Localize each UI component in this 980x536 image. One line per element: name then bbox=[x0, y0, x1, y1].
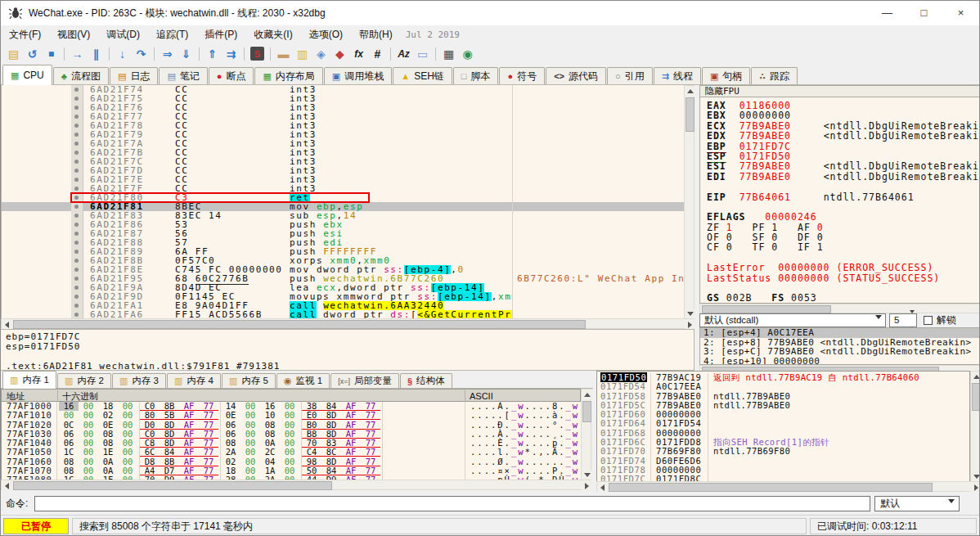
run-to-user-code-icon[interactable]: ⇑ bbox=[203, 45, 222, 62]
breakpoint-dot-icon[interactable] bbox=[71, 301, 83, 310]
argument-depth-stepper[interactable]: 5 bbox=[889, 313, 917, 327]
stack-row[interactable]: 0171FD5077B9AC19返回到 ntdll.77B9AC19 自 ntd… bbox=[597, 373, 969, 382]
tab-dump-5[interactable]: ▥内存 5 bbox=[222, 373, 276, 388]
registers-hscrollbar[interactable] bbox=[699, 304, 980, 313]
menu-item[interactable]: 帮助(H) bbox=[351, 25, 401, 43]
close-button[interactable]: × bbox=[942, 1, 979, 25]
stack-row[interactable]: 0171FD74D60FE6D6 bbox=[597, 457, 969, 466]
menu-item[interactable]: 追踪(T) bbox=[148, 25, 196, 43]
breakpoint-dot-icon[interactable] bbox=[71, 184, 83, 193]
scrollbar-thumb[interactable] bbox=[609, 483, 933, 492]
tab-watch-1[interactable]: ◉监视 1 bbox=[276, 373, 330, 388]
pause-icon[interactable]: ∥ bbox=[87, 45, 106, 62]
breakpoint-dot-icon[interactable] bbox=[71, 238, 83, 247]
step-down-icon[interactable]: ⇓ bbox=[177, 45, 196, 62]
tab-struct[interactable]: §结构体 bbox=[400, 373, 452, 388]
menu-item[interactable]: 视图(V) bbox=[49, 25, 98, 43]
run-icon[interactable]: → bbox=[68, 45, 87, 62]
tab-cpu[interactable]: ▦CPU bbox=[2, 65, 52, 85]
argument-row[interactable]: 4: [esp+10] 00000000 bbox=[700, 357, 980, 366]
disasm-vscrollbar[interactable] bbox=[684, 85, 695, 318]
comments-icon[interactable]: ▥ bbox=[293, 45, 312, 62]
tab-seh[interactable]: ▲SEH链 bbox=[393, 67, 452, 84]
breakpoint-dot-icon[interactable] bbox=[71, 166, 83, 175]
stack-row[interactable]: 0171FD7077B69F80ntdll.77B69F80 bbox=[597, 447, 969, 456]
tab-dump-3[interactable]: ▥内存 3 bbox=[112, 373, 166, 388]
register-line[interactable]: EIP 77B64061 ntdll.77B64061 bbox=[700, 192, 980, 202]
register-line[interactable]: CF 0 TF 0 IF 1 bbox=[700, 242, 980, 252]
restart-icon[interactable]: ↺ bbox=[23, 45, 42, 62]
register-line[interactable]: GS 002B FS 0053 bbox=[700, 293, 980, 303]
register-list[interactable]: EAX 01186000EBX 00000000ECX 77B9ABE0 <nt… bbox=[699, 97, 980, 304]
dump-vscrollbar[interactable] bbox=[581, 389, 591, 480]
patch-icon[interactable]: ▬ bbox=[274, 45, 293, 62]
stack-row[interactable]: 0171FD6000000000 bbox=[597, 410, 969, 419]
breakpoint-dot-icon[interactable] bbox=[71, 265, 83, 274]
disasm-row[interactable]: 6AD21FA6FF15 ACD5566Bcall dword ptr ds:[… bbox=[2, 310, 684, 318]
breakpoint-dot-icon[interactable] bbox=[71, 229, 83, 238]
breakpoint-dot-icon[interactable] bbox=[71, 148, 83, 157]
bookmarks-icon[interactable]: ◆ bbox=[330, 45, 349, 62]
tab-source[interactable]: <>源代码 bbox=[546, 67, 606, 84]
strings-icon[interactable]: Az bbox=[394, 45, 413, 62]
dump-rows[interactable]: 77AF100016001800C08BAF77140016003884AF77… bbox=[1, 402, 581, 480]
tab-threads[interactable]: ⇉线程 bbox=[654, 67, 701, 84]
stack-vscrollbar[interactable] bbox=[970, 371, 980, 481]
functions-icon[interactable]: fx bbox=[349, 45, 368, 62]
breakpoint-dot-icon[interactable] bbox=[71, 139, 83, 148]
stack-row[interactable]: 0171FD640171FD54 bbox=[597, 419, 969, 428]
globe-icon[interactable]: ◉ bbox=[458, 45, 477, 62]
tab-symbols[interactable]: ●符号 bbox=[499, 67, 545, 84]
scrollbar-thumb[interactable] bbox=[582, 401, 591, 422]
tab-breakpoints[interactable]: ●断点 bbox=[209, 67, 254, 84]
tab-graph[interactable]: ♣流程图 bbox=[53, 67, 109, 84]
stack-row[interactable]: 0171FD5877B9ABE0ntdll.77B9ABE0 bbox=[597, 392, 969, 401]
menu-item[interactable]: 插件(P) bbox=[196, 25, 245, 43]
menu-item[interactable]: 调试(D) bbox=[98, 25, 148, 43]
breakpoint-dot-icon[interactable] bbox=[71, 175, 83, 184]
tab-log[interactable]: ▤日志 bbox=[110, 67, 158, 84]
breakpoint-dot-icon[interactable] bbox=[71, 310, 83, 318]
breakpoint-dot-icon[interactable] bbox=[71, 103, 83, 112]
stack-row[interactable]: 0171FD5C77B9ABE0ntdll.77B9ABE0 bbox=[597, 401, 969, 410]
tab-references[interactable]: ○引用 bbox=[607, 67, 653, 84]
breakpoint-dot-icon[interactable] bbox=[71, 202, 83, 211]
scroll-left-icon[interactable] bbox=[2, 480, 12, 491]
breakpoint-dot-icon[interactable] bbox=[71, 220, 83, 229]
step-over-icon[interactable]: ↷ bbox=[132, 45, 151, 62]
tab-dump-2[interactable]: ▥内存 2 bbox=[57, 373, 111, 388]
open-file-icon[interactable]: ▤ bbox=[4, 45, 23, 62]
device-icon[interactable]: ▭ bbox=[413, 45, 432, 62]
scrollbar-thumb[interactable] bbox=[686, 97, 695, 132]
stack-row[interactable]: 0171FD6C0171FDD8指向SEH_Record[1]的指针 bbox=[597, 438, 969, 447]
stack-row[interactable]: 0171FD6800000000 bbox=[597, 429, 969, 438]
command-script-select[interactable]: 默认 bbox=[874, 496, 960, 511]
breakpoint-dot-icon[interactable] bbox=[71, 292, 83, 301]
scroll-up-icon[interactable] bbox=[685, 86, 695, 97]
stack-hscrollbar[interactable] bbox=[596, 481, 980, 492]
tab-trace[interactable]: ∴跟踪 bbox=[751, 67, 798, 84]
dump-hscrollbar[interactable] bbox=[1, 480, 591, 490]
run-trace-icon[interactable]: ⇒ bbox=[158, 45, 177, 62]
minimize-button[interactable]: — bbox=[869, 1, 906, 25]
breakpoint-dot-icon[interactable] bbox=[71, 157, 83, 166]
unlock-checkbox[interactable] bbox=[924, 316, 933, 325]
tab-dump-1[interactable]: ▥内存 1 bbox=[2, 371, 56, 389]
labels-icon[interactable]: ◈ bbox=[312, 45, 330, 62]
stack-row[interactable]: 0171FD54A0C17EEA bbox=[597, 382, 969, 391]
hide-fpu-button[interactable]: 隐藏FPU bbox=[699, 85, 980, 97]
stack-row[interactable]: 0171FD7C0171FD8C bbox=[597, 475, 969, 481]
stack-row[interactable]: 0171FD7800000000 bbox=[597, 466, 969, 475]
scrollbar-thumb[interactable] bbox=[13, 481, 332, 490]
stop-icon[interactable]: ■ bbox=[42, 45, 61, 62]
breakpoint-dot-icon[interactable] bbox=[71, 94, 83, 103]
call-arguments-list[interactable]: 1: [esp+4] A0C17EEA2: [esp+8] 77B9ABE0 <… bbox=[699, 327, 980, 365]
scrollbar-thumb[interactable] bbox=[702, 305, 831, 313]
maximize-button[interactable]: □ bbox=[906, 1, 942, 25]
tab-call-stack[interactable]: ▣调用堆栈 bbox=[324, 67, 392, 84]
breakpoint-dot-icon[interactable] bbox=[71, 256, 83, 265]
argument-row[interactable]: 3: [esp+C] 77B9ABE0 <ntdll.DbgUiRemoteBr… bbox=[700, 347, 980, 357]
scroll-up-icon[interactable] bbox=[582, 390, 592, 400]
menu-item[interactable]: 选项(O) bbox=[301, 25, 351, 43]
command-input[interactable] bbox=[34, 496, 870, 511]
